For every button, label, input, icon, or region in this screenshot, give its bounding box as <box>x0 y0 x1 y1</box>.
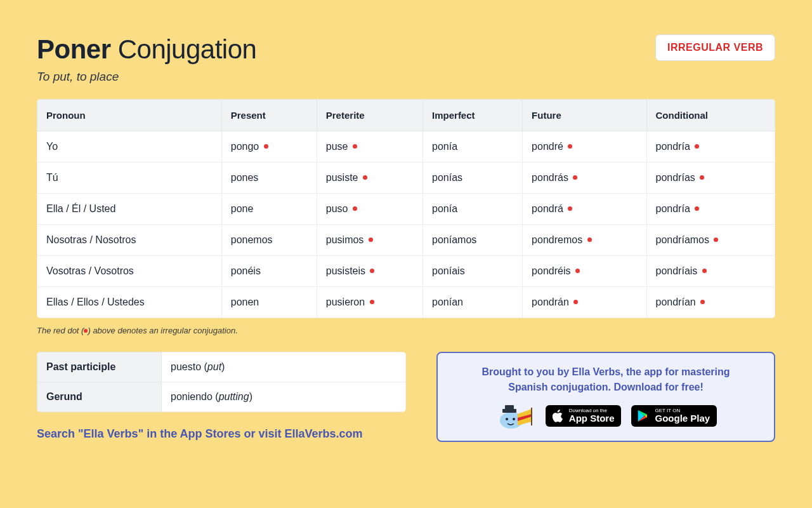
conjugation-cell: pusisteis <box>317 256 422 287</box>
irregular-dot-icon <box>568 206 572 211</box>
past-participle-value: puesto (put) <box>162 352 406 382</box>
search-hint: Search "Ella Verbs" in the App Stores or… <box>37 427 406 441</box>
gerund-label: Gerund <box>37 382 162 412</box>
pronoun-cell: Ella / Él / Usted <box>37 194 222 225</box>
irregular-dot-icon <box>573 300 578 304</box>
conjugation-cell: pondrías <box>646 163 775 194</box>
column-header: Imperfect <box>423 100 523 131</box>
irregular-dot-icon <box>568 144 572 149</box>
irregular-dot-icon <box>695 144 699 149</box>
promo-text: Brought to you by Ella Verbs, the app fo… <box>453 364 759 395</box>
column-header: Preterite <box>317 100 422 131</box>
conjugation-cell: puse <box>317 131 422 163</box>
conjugation-cell: pongo <box>221 131 317 163</box>
irregular-dot-icon <box>353 206 357 211</box>
conjugation-cell: pones <box>221 163 317 194</box>
column-header: Conditional <box>646 100 775 131</box>
conjugation-cell: pondrán <box>523 287 646 318</box>
irregular-badge: IRREGULAR VERB <box>655 34 775 61</box>
conjugation-cell: pondría <box>646 131 775 163</box>
column-header: Future <box>523 100 646 131</box>
table-row: Vosotras / Vosotrosponéis pusisteis poní… <box>37 256 775 287</box>
google-play-icon <box>637 409 650 423</box>
svg-point-2 <box>513 418 515 420</box>
irregular-dot-icon <box>363 175 367 180</box>
conjugation-cell: pondríamos <box>646 225 775 256</box>
conjugation-cell: pusieron <box>317 287 422 318</box>
conjugation-cell: poníamos <box>423 225 523 256</box>
irregular-dot-icon <box>587 237 592 242</box>
irregular-dot-icon <box>353 144 357 149</box>
irregular-dot-icon <box>702 269 707 273</box>
pronoun-cell: Nosotras / Nosotros <box>37 225 222 256</box>
conjugation-cell: ponía <box>423 194 523 225</box>
conjugation-cell: ponían <box>423 287 523 318</box>
verb-name: Poner <box>37 34 111 64</box>
conjugation-cell: pone <box>221 194 317 225</box>
conjugation-cell: puso <box>317 194 422 225</box>
gerund-value: poniendo (putting) <box>162 382 406 412</box>
conjugation-cell: ponéis <box>221 256 317 287</box>
conjugation-cell: pusiste <box>317 163 422 194</box>
verb-translation: To put, to place <box>37 70 775 84</box>
conjugation-cell: pondrás <box>523 163 646 194</box>
table-row: Yopongo puse ponía pondré pondría <box>37 131 775 163</box>
title-suffix: Conjugation <box>118 34 257 64</box>
mascot-icon <box>495 403 535 429</box>
pronoun-cell: Tú <box>37 163 222 194</box>
conjugation-cell: pondrían <box>646 287 775 318</box>
table-row: Túpones pusiste ponías pondrás pondrías <box>37 163 775 194</box>
irregular-dot-icon <box>370 300 374 304</box>
pronoun-cell: Ellas / Ellos / Ustedes <box>37 287 222 318</box>
conjugation-cell: pondremos <box>523 225 646 256</box>
table-row: Ellas / Ellos / Ustedesponen pusieron po… <box>37 287 775 318</box>
conjugation-cell: ponías <box>423 163 523 194</box>
promo-box: Brought to you by Ella Verbs, the app fo… <box>436 352 775 442</box>
conjugation-cell: pondría <box>646 194 775 225</box>
irregular-dot-icon <box>573 175 577 180</box>
google-play-badge[interactable]: GET IT ON Google Play <box>631 405 717 427</box>
conjugation-cell: pondrá <box>523 194 646 225</box>
irregular-dot-icon <box>700 175 704 180</box>
irregular-dot-icon <box>714 237 718 242</box>
app-store-badge[interactable]: Download on the App Store <box>546 405 622 427</box>
svg-point-1 <box>506 418 508 420</box>
column-header: Present <box>221 100 317 131</box>
conjugation-cell: pondréis <box>523 256 646 287</box>
table-row: Nosotras / Nosotrosponemos pusimos ponía… <box>37 225 775 256</box>
conjugation-cell: poníais <box>423 256 523 287</box>
conjugation-cell: pusimos <box>317 225 422 256</box>
conjugation-cell: ponía <box>423 131 523 163</box>
conjugation-cell: ponen <box>221 287 317 318</box>
irregular-dot-icon <box>575 269 580 273</box>
past-participle-label: Past participle <box>37 352 162 382</box>
svg-rect-4 <box>505 405 514 410</box>
irregular-dot-icon <box>264 144 268 149</box>
pronoun-cell: Vosotras / Vosotros <box>37 256 222 287</box>
irregular-dot-icon <box>695 206 699 211</box>
page-title: Poner Conjugation <box>37 34 256 65</box>
forms-table: Past participle puesto (put) Gerund poni… <box>37 352 406 412</box>
irregular-dot-icon <box>700 300 705 304</box>
conjugation-cell: pondríais <box>646 256 775 287</box>
pronoun-cell: Yo <box>37 131 222 163</box>
apple-icon <box>551 409 564 423</box>
conjugation-table: PronounPresentPreteriteImperfectFutureCo… <box>37 99 775 318</box>
column-header: Pronoun <box>37 100 222 131</box>
irregular-dot-icon <box>369 237 373 242</box>
table-row: Ella / Él / Ustedpone puso ponía pondrá … <box>37 194 775 225</box>
footnote: The red dot () above denotes an irregula… <box>37 326 775 335</box>
irregular-dot-icon <box>370 269 374 273</box>
conjugation-cell: pondré <box>523 131 646 163</box>
conjugation-cell: ponemos <box>221 225 317 256</box>
